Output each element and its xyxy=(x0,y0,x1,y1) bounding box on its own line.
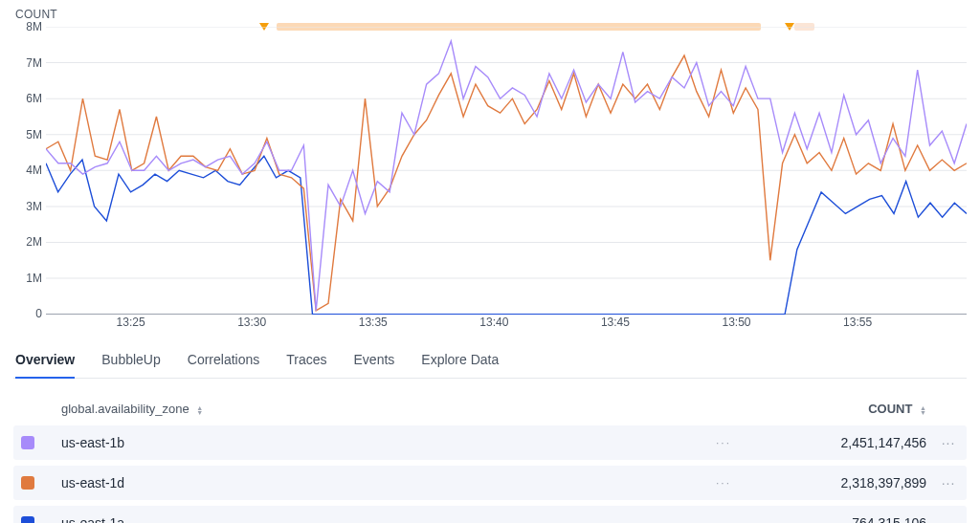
results-table: global.availability_zone ▲▼ COUNT ▲▼ us-… xyxy=(13,392,967,523)
row-menu-icon[interactable]: ··· xyxy=(938,435,959,450)
row-count: 2,451,147,456 xyxy=(773,435,926,450)
row-inline-menu-icon[interactable]: ··· xyxy=(685,476,762,490)
y-tick: 0 xyxy=(35,307,42,320)
x-tick: 13:25 xyxy=(117,316,145,329)
x-tick: 13:40 xyxy=(479,316,508,329)
x-tick: 13:35 xyxy=(359,316,388,329)
plot-area[interactable]: 13:25 13:30 13:35 13:40 13:45 13:50 13:5… xyxy=(46,27,967,314)
row-label: us-east-1b xyxy=(61,435,674,450)
y-axis: 0 1M 2M 3M 4M 5M 6M 7M 8M xyxy=(13,27,46,314)
column-count-label: COUNT xyxy=(868,402,912,416)
row-count: 2,318,397,899 xyxy=(773,475,926,490)
tab-events[interactable]: Events xyxy=(354,342,395,378)
y-tick: 5M xyxy=(26,128,42,142)
table-row[interactable]: us-east-1a ··· 764,315,106 ··· xyxy=(13,506,967,523)
x-tick: 13:55 xyxy=(843,316,872,329)
tab-bar: Overview BubbleUp Correlations Traces Ev… xyxy=(13,342,967,379)
x-tick: 13:50 xyxy=(722,316,750,329)
series-swatch-icon xyxy=(21,476,34,490)
series-swatch-icon xyxy=(21,436,34,449)
table-header: global.availability_zone ▲▼ COUNT ▲▼ xyxy=(13,392,967,425)
dashboard-panel: { "chart": { "y_title": "COUNT" }, "tabs… xyxy=(0,0,980,523)
series-us-east-1a[interactable] xyxy=(46,156,967,314)
row-inline-menu-icon[interactable]: ··· xyxy=(685,516,762,523)
y-tick: 7M xyxy=(26,56,42,70)
table-row[interactable]: us-east-1d ··· 2,318,397,899 ··· xyxy=(13,466,967,500)
tab-bubbleup[interactable]: BubbleUp xyxy=(101,342,161,378)
chart-area[interactable]: 0 1M 2M 3M 4M 5M 6M 7M 8M xyxy=(13,27,967,314)
chart-svg xyxy=(46,27,967,315)
y-tick: 2M xyxy=(26,235,42,249)
tab-traces[interactable]: Traces xyxy=(286,342,326,378)
y-tick: 3M xyxy=(26,200,42,213)
x-tick: 13:30 xyxy=(237,316,266,329)
x-tick: 13:45 xyxy=(601,316,630,329)
row-count: 764,315,106 xyxy=(773,515,926,523)
sort-icon[interactable]: ▲▼ xyxy=(920,405,926,415)
series-us-east-1b[interactable] xyxy=(46,41,967,311)
column-count[interactable]: COUNT ▲▼ xyxy=(773,402,926,416)
tab-explore-data[interactable]: Explore Data xyxy=(421,342,499,378)
y-tick: 8M xyxy=(26,20,42,33)
tab-correlations[interactable]: Correlations xyxy=(188,342,259,378)
sort-icon[interactable]: ▲▼ xyxy=(196,405,203,415)
y-tick: 1M xyxy=(26,272,42,285)
column-group-by-label: global.availability_zone xyxy=(61,402,189,416)
column-group-by[interactable]: global.availability_zone ▲▼ xyxy=(61,402,674,416)
y-tick: 6M xyxy=(26,92,42,105)
y-tick: 4M xyxy=(26,163,42,177)
gridlines xyxy=(46,27,967,315)
series-swatch-icon xyxy=(21,516,34,523)
row-label: us-east-1d xyxy=(61,475,674,490)
row-menu-icon[interactable]: ··· xyxy=(938,515,959,523)
row-label: us-east-1a xyxy=(61,515,674,523)
row-inline-menu-icon[interactable]: ··· xyxy=(685,436,762,449)
tab-overview[interactable]: Overview xyxy=(15,342,75,379)
y-axis-title: COUNT xyxy=(15,8,967,21)
table-row[interactable]: us-east-1b ··· 2,451,147,456 ··· xyxy=(13,425,967,460)
row-menu-icon[interactable]: ··· xyxy=(938,475,959,490)
